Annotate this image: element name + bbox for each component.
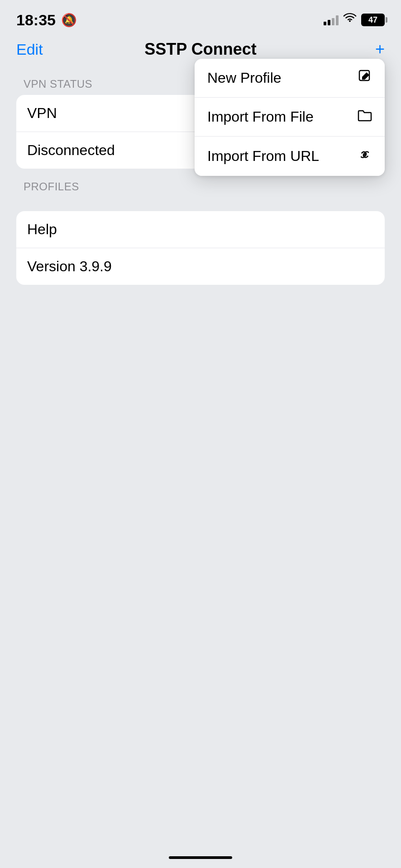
- folder-icon: [358, 109, 372, 125]
- wifi-icon: [343, 13, 357, 27]
- vpn-status-text: Disconnected: [27, 142, 115, 159]
- edit-button[interactable]: Edit: [16, 41, 43, 58]
- status-bar: 18:35 🔕 47: [0, 0, 401, 36]
- link-icon: [358, 147, 372, 165]
- battery-indicator: 47: [361, 14, 385, 26]
- signal-bars-icon: [324, 14, 339, 25]
- time-display: 18:35: [16, 11, 56, 29]
- import-from-file-label: Import From File: [207, 108, 314, 125]
- version-row: Version 3.9.9: [16, 248, 385, 285]
- footer-card: Help Version 3.9.9: [16, 211, 385, 285]
- import-from-file-item[interactable]: Import From File: [195, 97, 385, 136]
- status-right: 47: [324, 13, 385, 27]
- help-row[interactable]: Help: [16, 211, 385, 248]
- profiles-section-label: PROFILES: [16, 173, 385, 198]
- battery-level: 47: [368, 15, 377, 25]
- version-label: Version 3.9.9: [27, 258, 112, 275]
- import-from-url-label: Import From URL: [207, 148, 319, 165]
- dropdown-menu: New Profile Import From File Import From…: [195, 59, 385, 176]
- edit-icon: [358, 70, 372, 86]
- signal-bar-2: [328, 20, 330, 25]
- bell-slash-icon: 🔕: [61, 13, 77, 28]
- page-title: SSTP Connect: [144, 40, 256, 59]
- add-button[interactable]: +: [375, 40, 385, 59]
- signal-bar-3: [332, 18, 334, 25]
- signal-bar-1: [324, 22, 326, 25]
- help-label: Help: [27, 221, 57, 238]
- signal-bar-4: [336, 15, 339, 25]
- new-profile-label: New Profile: [207, 70, 282, 86]
- vpn-label: VPN: [27, 105, 57, 122]
- status-time: 18:35 🔕: [16, 11, 77, 29]
- import-from-url-item[interactable]: Import From URL: [195, 136, 385, 176]
- new-profile-item[interactable]: New Profile: [195, 59, 385, 97]
- home-indicator: [169, 856, 232, 859]
